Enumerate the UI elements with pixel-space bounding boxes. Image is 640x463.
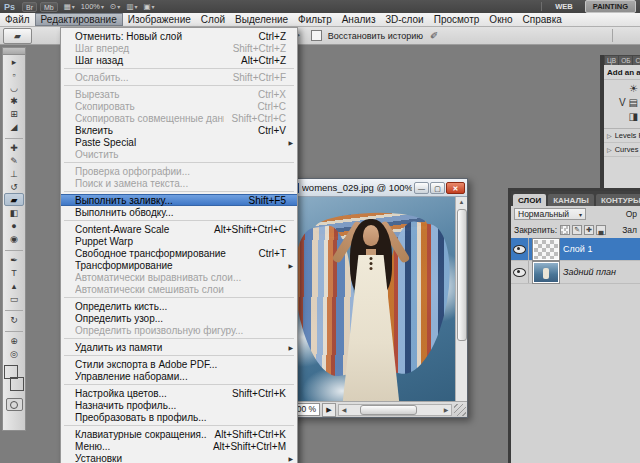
brush-tool[interactable]: ✎ — [4, 154, 24, 167]
menubar-item-10[interactable]: Справка — [518, 13, 567, 26]
adjustment-preset-0[interactable]: ▷Levels P — [604, 129, 640, 143]
lock-pixels-icon[interactable]: ✎ — [572, 225, 582, 235]
levels-icon[interactable]: V ▤ — [604, 94, 640, 108]
hand-rotate-button[interactable]: ⊙▾ — [110, 2, 120, 11]
foreground-color-swatch[interactable] — [4, 365, 18, 379]
toolbar-grip[interactable] — [3, 48, 25, 55]
scroll-left-icon[interactable]: ◀ — [339, 406, 349, 413]
menubar-item-8[interactable]: Просмотр — [429, 13, 485, 26]
menubar-item-2[interactable]: Изображение — [123, 13, 196, 26]
zoom-level-button[interactable]: 100%▾ — [81, 2, 104, 11]
edit-menu-item-27[interactable]: Назначить профиль... — [61, 399, 297, 411]
edit-menu-item-25[interactable]: Управление наборами... — [61, 370, 297, 382]
menubar-item-7[interactable]: 3D-слои — [380, 13, 428, 26]
scroll-right-icon[interactable]: ▶ — [441, 406, 451, 413]
edit-menu-item-0[interactable]: Отменить: Новый слойCtrl+Z — [61, 30, 297, 42]
background-color-swatch[interactable] — [10, 377, 24, 391]
pen-tool[interactable]: ✒ — [5, 250, 23, 266]
workspace-painting[interactable]: PAINTING — [585, 0, 636, 13]
edit-menu-item-21[interactable]: Определить узор... — [61, 312, 297, 324]
hand-tool[interactable]: ⊕ — [5, 331, 23, 347]
scroll-up-icon[interactable]: ▲ — [459, 197, 465, 207]
edit-menu-item-8[interactable]: Paste Special▶ — [61, 136, 297, 148]
tool-preset-picker[interactable]: ▰ — [3, 28, 32, 44]
layer-row-0[interactable]: Слой 1 — [511, 238, 640, 261]
clone-stamp-tool[interactable]: ⊥ — [4, 167, 24, 180]
healing-brush-tool[interactable]: ✚ — [5, 138, 23, 154]
edit-menu-item-24[interactable]: Стили экспорта в Adobe PDF... — [61, 358, 297, 370]
dodge-tool[interactable]: ◉ — [4, 232, 24, 245]
resize-grip[interactable] — [454, 404, 466, 416]
edit-menu-item-7[interactable]: ВклеитьCtrl+V — [61, 124, 297, 136]
edit-menu-item-17[interactable]: Трансформирование▶ — [61, 259, 297, 271]
close-button[interactable]: ✕ — [446, 182, 465, 194]
type-tool[interactable]: T — [4, 266, 24, 279]
adjustments-tab-1[interactable]: ОБ — [619, 56, 632, 65]
layer-visibility-toggle[interactable] — [511, 261, 529, 283]
bridge-button[interactable]: Br — [22, 2, 37, 12]
blend-mode-select[interactable]: Нормальный ▾ — [514, 208, 586, 220]
menubar-item-4[interactable]: Выделение — [230, 13, 293, 26]
edit-menu-item-31[interactable]: Установки▶ — [61, 452, 297, 463]
gradient-tool[interactable]: ◧ — [4, 206, 24, 219]
exposure-icon[interactable]: ◨ — [604, 108, 640, 122]
menubar-item-5[interactable]: Фильтр — [293, 13, 337, 26]
edit-menu-item-12[interactable]: Выполнить заливку...Shift+F5 — [61, 194, 297, 206]
zoom-tool[interactable]: ◎ — [4, 347, 24, 360]
lock-transparency-icon[interactable] — [560, 225, 570, 235]
eraser-tool[interactable]: ▰ — [4, 193, 24, 206]
path-selection-tool[interactable]: ▴ — [4, 279, 24, 292]
adjustments-tab-0[interactable]: ЦВ — [605, 56, 618, 65]
layer-visibility-toggle[interactable] — [511, 238, 529, 260]
vertical-scrollbar[interactable]: ▲ — [455, 197, 467, 401]
eyedropper-tool[interactable]: ◢ — [4, 120, 24, 133]
crop-tool[interactable]: ⊞ — [4, 107, 24, 120]
history-brush-tool[interactable]: ↺ — [4, 180, 24, 193]
panel-tab-каналы[interactable]: КАНАЛЫ — [548, 194, 594, 206]
edit-menu-item-13[interactable]: Выполнить обводку... — [61, 206, 297, 218]
edit-menu-item-20[interactable]: Определить кисть... — [61, 300, 297, 312]
horizontal-scroll-track[interactable] — [349, 405, 441, 415]
erase-to-history-checkbox[interactable] — [311, 30, 322, 41]
status-info-button[interactable]: ▶ — [322, 403, 336, 417]
brightness-contrast-icon[interactable]: ☀ — [604, 80, 640, 94]
view-extras-button[interactable]: ▦▾ — [64, 2, 75, 11]
edit-menu-item-14[interactable]: Content-Aware ScaleAlt+Shift+Ctrl+C — [61, 223, 297, 235]
menubar-item-9[interactable]: Окно — [484, 13, 517, 26]
adjustments-tab-2[interactable]: СТ — [633, 56, 640, 65]
lock-all-icon[interactable]: ▄ — [596, 225, 606, 235]
menubar-item-0[interactable]: Файл — [0, 13, 35, 26]
panel-tab-контуры[interactable]: КОНТУРЫ — [596, 194, 640, 206]
marquee-tool[interactable]: ▫ — [4, 68, 24, 81]
horizontal-scroll-thumb[interactable] — [360, 405, 417, 415]
brush-panel-toggle-icon[interactable]: ✐ — [430, 30, 438, 41]
menubar-item-6[interactable]: Анализ — [337, 13, 381, 26]
lasso-tool[interactable]: ◡ — [4, 81, 24, 94]
horizontal-scrollbar[interactable]: ◀ ▶ — [338, 404, 452, 416]
edit-menu-item-28[interactable]: Преобразовать в профиль... — [61, 411, 297, 423]
quick-selection-tool[interactable]: ✱ — [4, 94, 24, 107]
move-tool[interactable]: ▸ — [4, 55, 24, 68]
document-titlebar[interactable]: Ps womens_029.jpg @ 100% (Слой ... — ▢ ✕ — [287, 179, 467, 197]
canvas-image[interactable] — [287, 197, 455, 401]
edit-menu-item-29[interactable]: Клавиатурные сокращения...Alt+Shift+Ctrl… — [61, 428, 297, 440]
edit-menu-item-23[interactable]: Удалить из памяти▶ — [61, 341, 297, 353]
lock-position-icon[interactable]: ✚ — [584, 225, 594, 235]
menubar-item-1[interactable]: Редактирование — [35, 13, 123, 26]
layer-thumbnail[interactable] — [533, 262, 559, 283]
layer-row-1[interactable]: Задний план — [511, 261, 640, 284]
edit-menu-item-26[interactable]: Настройка цветов...Shift+Ctrl+K — [61, 387, 297, 399]
3d-rotate-tool[interactable]: ↻ — [5, 310, 23, 326]
workspace-web[interactable]: WEB — [548, 1, 580, 12]
screen-mode-button[interactable]: ▣▾ — [143, 2, 154, 11]
quick-mask-button[interactable] — [6, 398, 23, 411]
arrange-documents-button[interactable]: ▥▾ — [126, 2, 137, 11]
maximize-button[interactable]: ▢ — [430, 182, 445, 194]
menubar-item-3[interactable]: Слой — [196, 13, 230, 26]
blur-tool[interactable]: ● — [4, 219, 24, 232]
minimize-button[interactable]: — — [414, 182, 429, 194]
mini-bridge-button[interactable]: Mb — [40, 2, 58, 12]
shape-tool[interactable]: ▭ — [4, 292, 24, 305]
edit-menu-item-16[interactable]: Свободное трансформированиеCtrl+T — [61, 247, 297, 259]
edit-menu-item-30[interactable]: Меню...Alt+Shift+Ctrl+M — [61, 440, 297, 452]
